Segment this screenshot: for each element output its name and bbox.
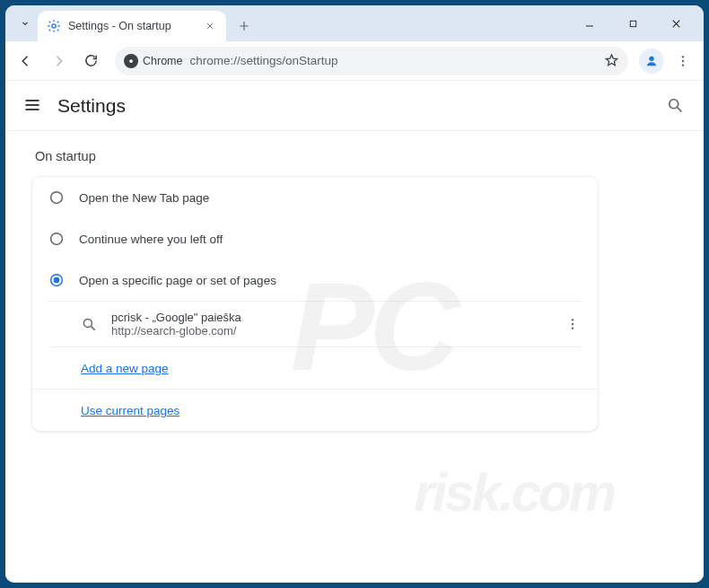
chevron-down-icon: [20, 18, 31, 29]
startup-page-menu-button[interactable]: [565, 317, 582, 331]
radio-row-continue[interactable]: Continue where you left off: [32, 218, 598, 259]
arrow-right-icon: [50, 53, 66, 69]
browser-tab[interactable]: Settings - On startup: [38, 11, 226, 41]
window-minimize-button[interactable]: [576, 11, 603, 36]
radio-selected-icon: [48, 272, 65, 288]
menu-icon: [23, 96, 41, 114]
svg-point-14: [572, 323, 573, 325]
add-page-link[interactable]: Add a new page: [81, 362, 169, 375]
forward-button[interactable]: [45, 48, 72, 75]
radio-row-specific[interactable]: Open a specific page or set of pages: [32, 259, 598, 301]
more-vert-icon: [676, 54, 690, 68]
tab-title: Settings - On startup: [68, 20, 171, 32]
site-chip-label: Chrome: [143, 55, 182, 67]
radio-unselected-icon: [48, 189, 65, 206]
search-icon: [666, 96, 684, 114]
svg-point-12: [83, 319, 92, 327]
radio-label: Open the New Tab page: [79, 191, 209, 205]
browser-toolbar: Chrome chrome://settings/onStartup: [5, 41, 704, 81]
startup-page-title: pcrisk - „Google" paieška: [111, 311, 241, 324]
page-content: PC risk.com Settings On startup Open the…: [5, 81, 704, 583]
startup-page-row: pcrisk - „Google" paieška http://search-…: [32, 302, 598, 347]
hamburger-menu-button[interactable]: [23, 96, 43, 116]
svg-point-15: [572, 327, 573, 329]
window-maximize-button[interactable]: [619, 11, 646, 36]
svg-point-4: [682, 56, 684, 57]
site-chip[interactable]: Chrome: [124, 49, 182, 73]
gear-icon: [47, 19, 61, 33]
svg-point-2: [129, 59, 133, 63]
section-title: On startup: [31, 147, 678, 176]
add-page-row: Add a new page: [32, 347, 598, 389]
more-vert-icon: [565, 317, 580, 331]
radio-label: Continue where you left off: [79, 233, 223, 246]
window-close-button[interactable]: [662, 11, 689, 36]
settings-header: Settings: [5, 81, 704, 131]
bookmark-button[interactable]: [604, 53, 619, 68]
radio-unselected-icon: [48, 231, 65, 247]
svg-point-11: [54, 277, 60, 284]
back-button[interactable]: [13, 48, 39, 75]
new-tab-button[interactable]: [232, 13, 257, 39]
page-title: Settings: [57, 95, 126, 117]
tabs-dropdown-button[interactable]: [13, 11, 38, 36]
svg-point-7: [670, 99, 678, 108]
search-icon: [81, 316, 97, 332]
svg-rect-1: [630, 21, 635, 26]
svg-point-9: [51, 233, 63, 245]
use-current-row: Use current pages: [32, 390, 598, 431]
on-startup-card: Open the New Tab page Continue where you…: [31, 176, 599, 432]
star-icon: [604, 53, 619, 68]
close-icon: [670, 18, 682, 30]
svg-point-8: [51, 192, 63, 204]
settings-search-button[interactable]: [666, 96, 686, 116]
close-icon: [206, 22, 214, 31]
svg-point-3: [649, 56, 653, 60]
maximize-icon: [628, 19, 638, 29]
url-text: chrome://settings/onStartup: [189, 54, 597, 67]
plus-icon: [238, 20, 250, 32]
tab-strip: Settings - On startup: [5, 5, 704, 41]
arrow-left-icon: [18, 53, 34, 69]
person-icon: [644, 54, 659, 68]
startup-page-url: http://search-globe.com/: [111, 324, 241, 338]
use-current-link[interactable]: Use current pages: [81, 404, 179, 417]
reload-button[interactable]: [77, 48, 104, 75]
reload-icon: [83, 53, 99, 68]
svg-point-6: [682, 64, 684, 66]
minimize-icon: [584, 18, 595, 29]
svg-point-13: [572, 319, 573, 320]
radio-row-newtab[interactable]: Open the New Tab page: [32, 177, 598, 218]
svg-point-5: [682, 59, 684, 61]
svg-point-0: [52, 24, 56, 28]
chrome-logo-icon: [124, 54, 138, 68]
address-bar[interactable]: Chrome chrome://settings/onStartup: [115, 47, 628, 75]
profile-button[interactable]: [639, 48, 664, 74]
close-tab-button[interactable]: [203, 19, 217, 33]
radio-label: Open a specific page or set of pages: [79, 274, 276, 287]
browser-menu-button[interactable]: [670, 48, 696, 75]
